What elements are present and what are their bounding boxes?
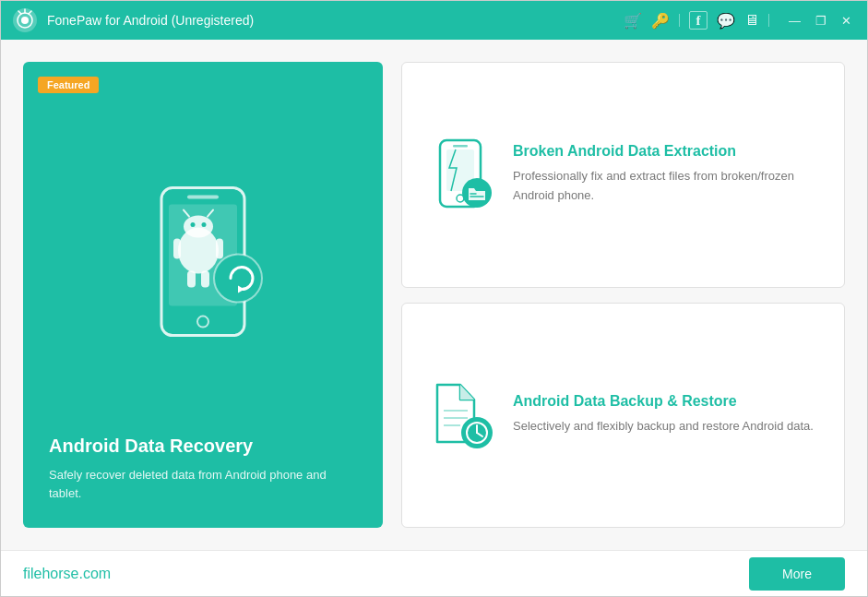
close-button[interactable]: ✕ bbox=[837, 12, 856, 30]
svg-point-5 bbox=[197, 316, 208, 327]
separator bbox=[679, 14, 680, 27]
footer-logo: filehorse.com bbox=[23, 566, 111, 582]
chat-icon[interactable]: 💬 bbox=[717, 12, 735, 30]
backup-restore-desc: Selectively and flexibly backup and rest… bbox=[513, 417, 814, 436]
backup-restore-icon bbox=[421, 378, 494, 452]
minimize-button[interactable]: — bbox=[784, 12, 805, 30]
key-icon[interactable]: 🔑 bbox=[651, 12, 670, 30]
footer: filehorse.com More bbox=[1, 550, 867, 596]
separator2 bbox=[768, 14, 769, 27]
svg-point-1 bbox=[21, 17, 29, 24]
main-content: Featured bbox=[1, 40, 867, 550]
featured-panel[interactable]: Featured bbox=[23, 62, 383, 528]
svg-rect-12 bbox=[173, 238, 181, 258]
app-logo bbox=[12, 7, 38, 33]
svg-point-9 bbox=[202, 222, 207, 227]
svg-point-8 bbox=[191, 222, 196, 227]
broken-extraction-card[interactable]: Broken Android Data Extraction Professio… bbox=[401, 62, 845, 288]
svg-point-7 bbox=[184, 215, 213, 237]
featured-badge: Featured bbox=[38, 77, 99, 93]
restore-button[interactable]: ❐ bbox=[811, 12, 831, 30]
backup-restore-title: Android Data Backup & Restore bbox=[513, 393, 814, 410]
backup-restore-content: Android Data Backup & Restore Selectivel… bbox=[513, 393, 814, 436]
svg-rect-13 bbox=[216, 238, 223, 258]
facebook-icon[interactable]: f bbox=[689, 11, 707, 30]
featured-illustration bbox=[111, 169, 295, 372]
svg-rect-20 bbox=[453, 145, 468, 148]
broken-extraction-desc: Professionally fix and extract files fro… bbox=[513, 167, 826, 206]
svg-rect-4 bbox=[187, 195, 219, 198]
app-title: FonePaw for Android (Unregistered) bbox=[47, 13, 624, 28]
broken-extraction-content: Broken Android Data Extraction Professio… bbox=[513, 143, 826, 206]
android-recovery-svg bbox=[111, 169, 295, 372]
title-bar: FonePaw for Android (Unregistered) 🛒 🔑 f… bbox=[1, 1, 867, 40]
svg-point-16 bbox=[214, 254, 262, 302]
featured-title: Android Data Recovery bbox=[49, 436, 253, 457]
right-panels: Broken Android Data Extraction Professio… bbox=[401, 62, 845, 528]
featured-description: Safely recover deleted data from Android… bbox=[49, 466, 357, 502]
svg-rect-15 bbox=[201, 270, 209, 287]
toolbar-icons: 🛒 🔑 f 💬 🖥 — ❐ ✕ bbox=[624, 11, 856, 30]
cart-icon[interactable]: 🛒 bbox=[624, 12, 642, 30]
backup-restore-card[interactable]: Android Data Backup & Restore Selectivel… bbox=[401, 303, 845, 529]
app-window: FonePaw for Android (Unregistered) 🛒 🔑 f… bbox=[0, 0, 868, 597]
more-button[interactable]: More bbox=[749, 557, 845, 591]
monitor-icon[interactable]: 🖥 bbox=[744, 12, 759, 29]
svg-rect-14 bbox=[187, 270, 196, 287]
window-controls: — ❐ ✕ bbox=[784, 12, 856, 30]
broken-extraction-icon bbox=[421, 137, 494, 211]
broken-extraction-title: Broken Android Data Extraction bbox=[513, 143, 826, 160]
